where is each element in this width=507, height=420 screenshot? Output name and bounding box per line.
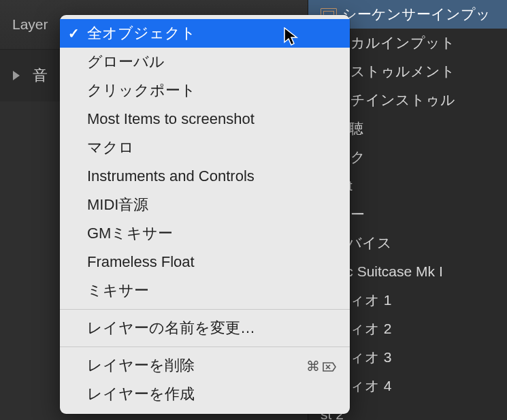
menu-item[interactable]: ✓全オブジェクト bbox=[60, 19, 350, 48]
menu-item[interactable]: レイヤーを削除⌘ bbox=[60, 351, 350, 380]
checkmark-icon: ✓ bbox=[68, 24, 80, 43]
menu-item-label: Most Items to screenshot bbox=[87, 110, 255, 127]
menu-item[interactable]: ミキサー bbox=[60, 276, 350, 305]
menu-item-label: レイヤーの名前を変更… bbox=[87, 319, 255, 336]
menu-item-label: レイヤーを削除 bbox=[87, 357, 195, 374]
menu-item[interactable]: Frameless Float bbox=[60, 248, 350, 276]
menu-item[interactable]: レイヤーの名前を変更… bbox=[60, 314, 350, 342]
layer-row-label: 音 bbox=[33, 65, 48, 86]
layer-header-label: Layer bbox=[12, 16, 48, 33]
menu-item-label: GMミキサー bbox=[87, 225, 173, 242]
menu-item-label: Instruments and Controls bbox=[87, 167, 255, 184]
menu-separator bbox=[60, 346, 350, 347]
layer-popup-menu[interactable]: ✓全オブジェクトグローバルクリックポートMost Items to screen… bbox=[60, 15, 350, 414]
menu-shortcut: ⌘ bbox=[306, 357, 336, 376]
menu-item[interactable]: マクロ bbox=[60, 133, 350, 162]
chevron-right-icon bbox=[13, 71, 20, 80]
menu-item[interactable]: レイヤーを作成 bbox=[60, 380, 350, 408]
menu-item-label: 全オブジェクト bbox=[87, 25, 196, 42]
menu-item[interactable]: MIDI音源 bbox=[60, 191, 350, 219]
menu-item[interactable]: GMミキサー bbox=[60, 219, 350, 248]
menu-item[interactable]: グローバル bbox=[60, 48, 350, 76]
menu-item[interactable]: Instruments and Controls bbox=[60, 162, 350, 191]
menu-item-label: クリックポート bbox=[87, 82, 196, 99]
menu-item-label: グローバル bbox=[87, 53, 165, 70]
menu-item[interactable]: クリックポート bbox=[60, 76, 350, 105]
menu-item[interactable]: Most Items to screenshot bbox=[60, 105, 350, 133]
menu-item-label: レイヤーを作成 bbox=[87, 385, 195, 402]
disclosure-triangle[interactable] bbox=[0, 71, 33, 80]
menu-item-label: MIDI音源 bbox=[87, 196, 148, 213]
menu-item-label: マクロ bbox=[87, 139, 134, 156]
menu-item-label: ミキサー bbox=[87, 282, 149, 299]
menu-item-label: Frameless Float bbox=[87, 253, 195, 270]
list-item-label: シーケンサーインプッ bbox=[342, 6, 491, 22]
menu-separator bbox=[60, 309, 350, 310]
